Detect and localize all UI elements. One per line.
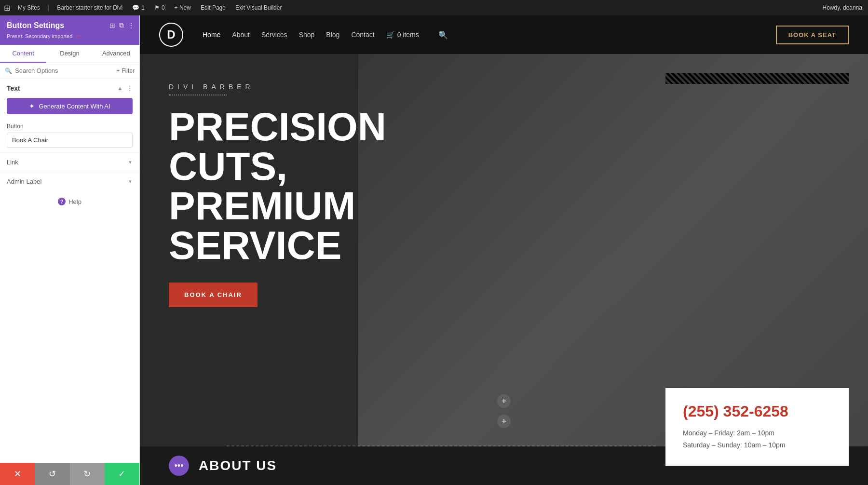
nav-book-button[interactable]: BOOK A SEAT bbox=[776, 26, 849, 44]
sidebar: Button Settings Preset: Secondary import… bbox=[0, 15, 140, 485]
website-nav: D Home About Services Shop Blog Contact … bbox=[140, 15, 868, 54]
admin-bar-howdy[interactable]: Howdy, deanna bbox=[821, 3, 865, 12]
button-field-group: Button bbox=[0, 120, 139, 152]
tab-design[interactable]: Design bbox=[46, 45, 93, 63]
filter-label: Filter bbox=[122, 67, 135, 74]
info-hours: Monday – Friday: 2am – 10pm Saturday – S… bbox=[683, 427, 831, 451]
admin-label-header[interactable]: Admin Label ▼ bbox=[7, 172, 133, 191]
sidebar-icon-settings[interactable]: ⊞ bbox=[109, 22, 115, 29]
admin-label-chevron-icon: ▼ bbox=[128, 179, 133, 184]
arrow-icon: ← bbox=[74, 31, 83, 41]
sidebar-icon-more[interactable]: ⋮ bbox=[128, 22, 135, 29]
tab-content[interactable]: Content bbox=[0, 45, 46, 63]
tab-advanced[interactable]: Advanced bbox=[93, 45, 139, 63]
hero-title: PRECISION CUTS, PREMIUM SERVICE bbox=[169, 107, 448, 265]
about-dots-button[interactable]: ••• bbox=[169, 456, 189, 476]
cart-count: 0 items bbox=[397, 31, 419, 39]
nav-search-icon[interactable]: 🔍 bbox=[438, 30, 448, 40]
add-row-button-1[interactable]: + bbox=[497, 394, 511, 408]
ai-button-label: Generate Content With AI bbox=[39, 103, 110, 110]
ai-generate-button[interactable]: ✦ Generate Content With AI bbox=[7, 98, 133, 114]
admin-bar: ⊞ My Sites | Barber starter site for Div… bbox=[0, 0, 868, 15]
nav-link-contact[interactable]: Contact bbox=[351, 31, 374, 39]
nav-links: Home About Services Shop Blog Contact 🛒 … bbox=[203, 30, 761, 40]
admin-bar-site-name[interactable]: Barber starter site for Divi bbox=[55, 3, 124, 12]
nav-cart[interactable]: 🛒 0 items bbox=[386, 31, 419, 39]
nav-logo: D bbox=[159, 23, 183, 47]
admin-bar-right: Howdy, deanna bbox=[821, 3, 865, 12]
section-collapse-icon[interactable]: ▲ bbox=[117, 85, 123, 92]
cancel-button[interactable]: ✕ bbox=[0, 463, 35, 485]
nav-link-home[interactable]: Home bbox=[203, 31, 220, 39]
main-layout: Button Settings Preset: Secondary import… bbox=[0, 15, 868, 485]
sidebar-footer: ✕ ↺ ↻ ✓ bbox=[0, 463, 139, 485]
admin-bar-visual-builder[interactable]: Exit Visual Builder bbox=[233, 3, 284, 12]
admin-bar-new[interactable]: + New bbox=[173, 3, 193, 12]
text-section-title: Text bbox=[7, 84, 20, 92]
hero-cta-button[interactable]: BOOK A CHAIR bbox=[169, 283, 258, 307]
sidebar-tabs: Content Design Advanced bbox=[0, 45, 139, 63]
preset-label: Preset: Secondary imported bbox=[7, 33, 72, 39]
save-button[interactable]: ✓ bbox=[105, 463, 139, 485]
hero-title-line2: PREMIUM bbox=[169, 184, 355, 228]
help-section[interactable]: ? Help bbox=[0, 191, 139, 212]
link-chevron-icon: ▼ bbox=[128, 160, 133, 165]
hero-title-line3: SERVICE bbox=[169, 223, 342, 267]
search-input[interactable] bbox=[15, 67, 113, 74]
info-card: (255) 352-6258 Monday – Friday: 2am – 10… bbox=[665, 388, 849, 466]
sidebar-header-icons: ⊞ ⧉ ⋮ bbox=[109, 21, 135, 29]
hero-brand: DIVI BARBER bbox=[169, 83, 448, 91]
section-more-icon[interactable]: ⋮ bbox=[127, 85, 133, 92]
admin-label-section: Admin Label ▼ bbox=[0, 172, 139, 191]
admin-bar-edit-page[interactable]: Edit Page bbox=[199, 3, 228, 12]
filter-icon: + bbox=[116, 67, 120, 74]
link-section-header[interactable]: Link ▼ bbox=[7, 153, 133, 172]
hero-content: DIVI BARBER PRECISION CUTS, PREMIUM SERV… bbox=[140, 54, 477, 326]
nav-link-blog[interactable]: Blog bbox=[326, 31, 339, 39]
link-section: Link ▼ bbox=[0, 152, 139, 172]
button-text-input[interactable] bbox=[7, 133, 133, 148]
hero-section: DIVI BARBER PRECISION CUTS, PREMIUM SERV… bbox=[140, 54, 868, 485]
sidebar-search-area: 🔍 + Filter bbox=[0, 63, 139, 79]
admin-bar-my-sites[interactable]: My Sites bbox=[16, 3, 42, 12]
about-title: ABOUT US bbox=[199, 458, 277, 473]
cart-icon: 🛒 bbox=[386, 31, 394, 39]
nav-link-services[interactable]: Services bbox=[261, 31, 287, 39]
admin-label-title: Admin Label bbox=[7, 178, 41, 185]
section-controls: ▲ ⋮ bbox=[117, 85, 133, 92]
stripe-decoration bbox=[665, 73, 849, 84]
admin-bar-comments[interactable]: 💬 1 bbox=[130, 3, 147, 12]
filter-button[interactable]: + Filter bbox=[116, 67, 135, 74]
nav-link-about[interactable]: About bbox=[232, 31, 250, 39]
search-icon: 🔍 bbox=[5, 67, 12, 74]
website-preview: D Home About Services Shop Blog Contact … bbox=[140, 15, 868, 485]
text-section-header: Text ▲ ⋮ bbox=[0, 79, 139, 96]
wp-logo-icon[interactable]: ⊞ bbox=[4, 3, 10, 13]
sidebar-header: Button Settings Preset: Secondary import… bbox=[0, 15, 139, 45]
undo-button[interactable]: ↺ bbox=[35, 463, 69, 485]
info-hours-weekend: Saturday – Sunday: 10am – 10pm bbox=[683, 439, 831, 451]
help-icon: ? bbox=[58, 198, 66, 205]
hero-title-line1: PRECISION CUTS, bbox=[169, 105, 386, 188]
redo-button[interactable]: ↻ bbox=[70, 463, 105, 485]
hero-divider bbox=[169, 94, 227, 95]
admin-bar-separator: | bbox=[48, 4, 49, 11]
nav-link-shop[interactable]: Shop bbox=[299, 31, 315, 39]
sidebar-icon-copy[interactable]: ⧉ bbox=[119, 21, 124, 29]
help-label: Help bbox=[68, 198, 81, 205]
ai-icon: ✦ bbox=[29, 102, 35, 110]
link-section-title: Link bbox=[7, 159, 18, 166]
button-field-label: Button bbox=[7, 123, 133, 130]
info-hours-weekday: Monday – Friday: 2am – 10pm bbox=[683, 427, 831, 439]
sidebar-content: Text ▲ ⋮ ✦ Generate Content With AI Butt… bbox=[0, 79, 139, 463]
info-phone: (255) 352-6258 bbox=[683, 403, 831, 420]
admin-bar-flag[interactable]: ⚑ 0 bbox=[152, 3, 167, 12]
sidebar-preset: Preset: Secondary imported ← bbox=[7, 31, 133, 41]
add-row-button-2[interactable]: + bbox=[497, 415, 511, 428]
